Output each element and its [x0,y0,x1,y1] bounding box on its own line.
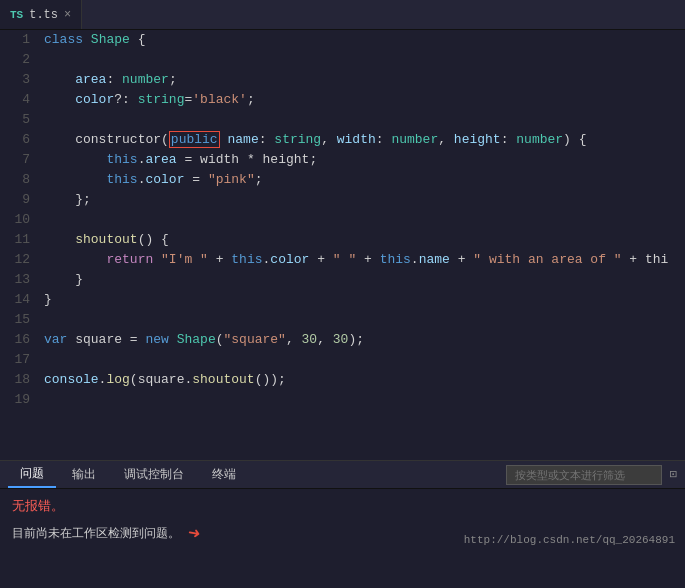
code-line: area: number; [44,70,685,90]
red-arrow-icon: ➜ [186,520,202,547]
code-line [44,210,685,230]
code-line [44,390,685,410]
code-line [44,50,685,70]
code-area[interactable]: class Shape { area: number; color?: stri… [40,30,685,460]
bottom-panel: 问题 输出 调试控制台 终端 ⊡ 无报错。 目前尚未在工作区检测到问题。 ➜ h… [0,460,685,588]
no-errors-text: 无报错。 [12,499,64,514]
panel-tabs: 问题 输出 调试控制台 终端 ⊡ [0,461,685,489]
status-text: 目前尚未在工作区检测到问题。 [12,525,180,542]
tab-terminal[interactable]: 终端 [200,461,248,488]
code-line: return "I'm " + this.color + " " + this.… [44,250,685,270]
tab-debug-console[interactable]: 调试控制台 [112,461,196,488]
tab-output[interactable]: 输出 [60,461,108,488]
tab-filename: t.ts [29,8,58,22]
code-line: console.log(square.shoutout()); [44,370,685,390]
line-numbers: 1 2 3 4 5 6 7 8 9 10 11 12 13 14 15 16 1… [0,30,40,460]
code-line: shoutout() { [44,230,685,250]
panel-tab-right: ⊡ [506,465,677,485]
tab-problems[interactable]: 问题 [8,461,56,488]
code-line [44,350,685,370]
code-line: class Shape { [44,30,685,50]
code-line: } [44,290,685,310]
code-line [44,110,685,130]
code-line: constructor(public name: string, width: … [44,130,685,150]
tab-close-icon[interactable]: × [64,8,71,22]
code-line: this.color = "pink"; [44,170,685,190]
tab-bar: TS t.ts × [0,0,685,30]
editor: 1 2 3 4 5 6 7 8 9 10 11 12 13 14 15 16 1… [0,30,685,460]
code-line: } [44,270,685,290]
tab-item[interactable]: TS t.ts × [0,0,82,29]
code-line: this.area = width * height; [44,150,685,170]
tab-lang: TS [10,9,23,21]
filter-input[interactable] [506,465,662,485]
watermark-url: http://blog.csdn.net/qq_20264891 [464,534,675,546]
panel-content: 无报错。 目前尚未在工作区检测到问题。 ➜ http://blog.csdn.n… [0,489,685,554]
code-line: }; [44,190,685,210]
code-line [44,310,685,330]
code-line: var square = new Shape("square", 30, 30)… [44,330,685,350]
code-line: color?: string='black'; [44,90,685,110]
panel-action: ⊡ [670,467,677,482]
